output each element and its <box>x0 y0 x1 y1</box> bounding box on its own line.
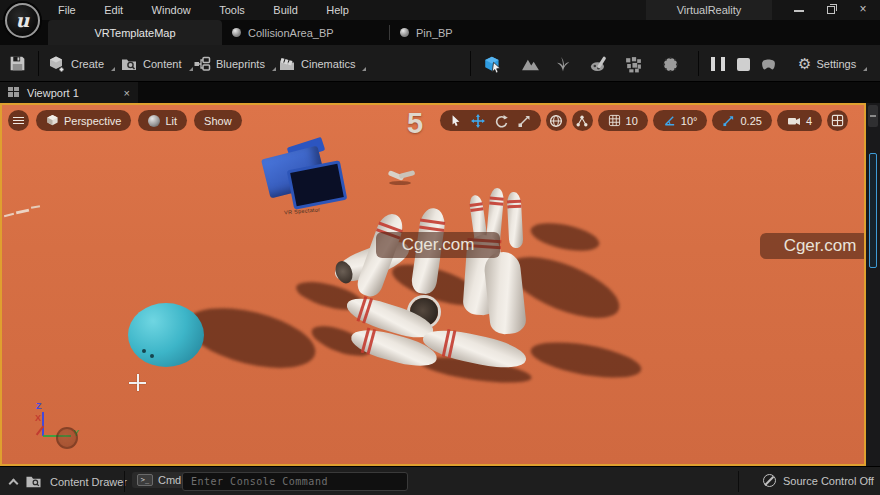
pin-shadow <box>528 336 644 385</box>
menu-file[interactable]: File <box>46 1 88 19</box>
stop-button[interactable] <box>731 52 755 76</box>
move-tool-icon[interactable] <box>471 114 485 128</box>
lit-button[interactable]: Lit <box>138 110 187 131</box>
statusbar-separator <box>124 471 125 492</box>
grid-snap-button[interactable]: 10 <box>598 110 648 131</box>
bowling-ball <box>128 303 204 367</box>
z-axis-label: Z <box>36 401 42 411</box>
menu-help[interactable]: Help <box>314 1 361 19</box>
panel-expand-handle[interactable] <box>868 105 878 127</box>
hamburger-icon <box>13 115 24 125</box>
eject-possess-button[interactable] <box>756 52 780 76</box>
viewport-grid-icon <box>8 87 20 98</box>
distant-object <box>4 203 50 223</box>
menu-build[interactable]: Build <box>261 1 309 19</box>
blueprint-icon <box>232 28 241 37</box>
scale-snap-value: 0.25 <box>740 115 761 127</box>
fracture-mode-button[interactable] <box>621 52 645 76</box>
lit-sphere-icon <box>148 115 160 127</box>
viewport-tab-close-icon[interactable]: × <box>124 87 130 99</box>
tab-pin-bp[interactable]: Pin_BP <box>400 20 453 45</box>
spectator-label: VR Spectator <box>284 206 321 215</box>
ue-watermark-icon <box>56 427 78 449</box>
camera-speed-button[interactable]: 4 <box>777 110 822 131</box>
viewport-toolbar-left: Perspective Lit Show <box>8 110 242 131</box>
save-button[interactable] <box>8 50 27 77</box>
watermark: Cger.com <box>760 233 866 259</box>
menu-edit[interactable]: Edit <box>92 1 135 19</box>
minimize-button[interactable] <box>786 2 812 18</box>
unreal-logo-icon[interactable]: u <box>5 3 40 38</box>
viewport-tab-row: Viewport 1 × <box>0 82 880 103</box>
content-button[interactable]: Content <box>120 50 193 77</box>
pause-icon <box>721 57 725 71</box>
world-local-toggle[interactable] <box>546 110 567 131</box>
cinematics-button[interactable]: Cinematics <box>278 50 366 77</box>
toolbar-separator <box>470 51 471 76</box>
level-viewport[interactable]: VR Spectator 5 Cger.com Cger.com Z X <box>0 103 866 466</box>
camera-icon <box>787 115 801 127</box>
restore-button[interactable] <box>818 2 844 18</box>
close-button[interactable]: × <box>850 2 876 18</box>
surface-snapping-button[interactable] <box>572 110 593 131</box>
tab-collisionarea-bp[interactable]: CollisionArea_BP <box>232 20 334 45</box>
angle-icon <box>663 114 676 127</box>
tab-vrtemplatemap[interactable]: VRTemplateMap <box>48 20 222 45</box>
camera-speed-value: 4 <box>806 115 812 127</box>
statusbar-separator <box>738 471 739 492</box>
scale-snap-icon <box>722 114 735 127</box>
chevron-up-icon <box>9 478 19 488</box>
blueprints-icon <box>193 55 211 73</box>
blueprints-label: Blueprints <box>216 58 265 70</box>
menu-tools[interactable]: Tools <box>207 1 257 19</box>
collapsed-tab[interactable] <box>869 153 877 268</box>
grid-snap-value: 10 <box>626 115 638 127</box>
source-control-off-icon <box>763 474 776 487</box>
content-drawer-button[interactable]: Content Drawer <box>10 474 127 489</box>
mesh-paint-mode-button[interactable] <box>586 52 610 76</box>
landscape-mode-button[interactable] <box>518 52 542 76</box>
viewport-toolbar-right: 10 10° 0.25 <box>440 110 848 131</box>
window-title: VirtualReality <box>646 0 772 20</box>
blueprints-button[interactable]: Blueprints <box>193 50 276 77</box>
cmd-button[interactable]: >_ Cmd <box>132 472 189 488</box>
maximize-viewport-button[interactable] <box>827 110 848 131</box>
countdown-number: 5 <box>407 107 423 140</box>
settings-button[interactable]: ⚙ Settings <box>798 50 867 77</box>
viewport-options-button[interactable] <box>8 110 29 131</box>
select-tool-icon[interactable] <box>450 114 462 127</box>
source-control-button[interactable]: Source Control Off <box>763 474 874 487</box>
crosshair-cursor <box>129 374 146 391</box>
lit-label: Lit <box>165 115 177 127</box>
mesh-paint-mode-icon <box>589 55 608 74</box>
menu-window[interactable]: Window <box>140 1 203 19</box>
show-button[interactable]: Show <box>194 110 242 131</box>
landscape-mode-icon <box>521 55 540 74</box>
pause-button[interactable] <box>706 52 730 76</box>
scale-snap-button[interactable]: 0.25 <box>712 110 771 131</box>
asset-tab-bar: VRTemplateMap CollisionArea_BP Pin_BP <box>0 20 880 45</box>
modeling-mode-icon <box>661 55 680 74</box>
snap-nodes-icon <box>575 114 589 128</box>
minimize-icon <box>794 10 804 12</box>
scale-tool-icon[interactable] <box>517 114 531 128</box>
rotation-snap-button[interactable]: 10° <box>653 110 708 131</box>
perspective-label: Perspective <box>64 115 121 127</box>
dropdown-caret-icon <box>189 67 193 71</box>
rotate-tool-icon[interactable] <box>494 114 508 128</box>
z-axis-line <box>42 412 44 436</box>
modeling-mode-button[interactable] <box>658 52 682 76</box>
perspective-button[interactable]: Perspective <box>36 110 131 131</box>
vr-spectator-camera: VR Spectator <box>260 141 355 217</box>
unreal-editor-window: File Edit Window Tools Build Help Virtua… <box>0 0 880 495</box>
stop-icon <box>737 58 750 71</box>
foliage-mode-button[interactable] <box>551 52 575 76</box>
create-button[interactable]: Create <box>48 50 115 77</box>
toolbar-separator <box>698 51 699 76</box>
x-axis-label: X <box>35 413 41 423</box>
content-drawer-label: Content Drawer <box>50 476 127 488</box>
viewport-tab[interactable]: Viewport 1 × <box>0 82 138 103</box>
console-command-input[interactable] <box>182 472 408 491</box>
select-mode-button[interactable] <box>481 52 505 76</box>
axis-gizmo: Z X Y <box>18 405 84 453</box>
